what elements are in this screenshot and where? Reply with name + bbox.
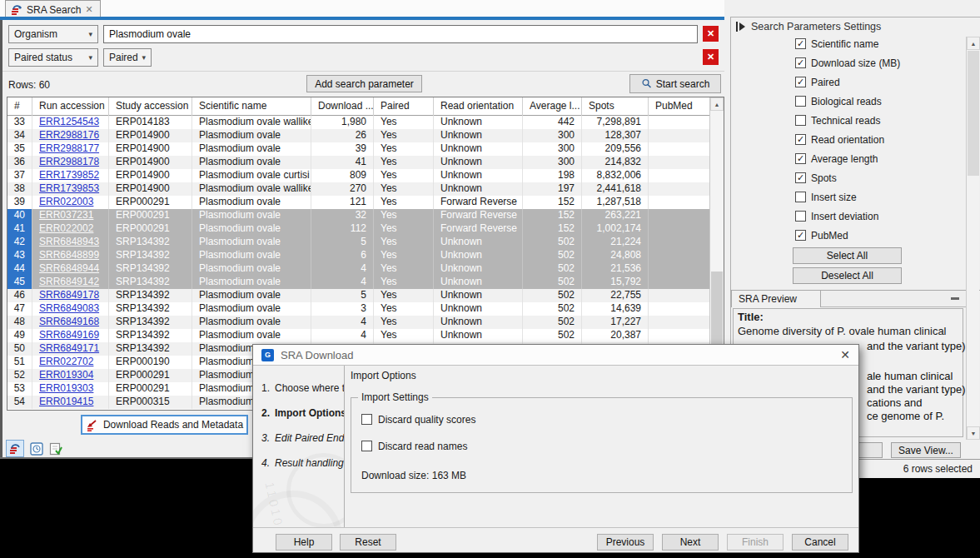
wizard-step[interactable]: 3.Edit Paired End Settings bbox=[261, 432, 345, 444]
checkbox-unchecked[interactable] bbox=[795, 211, 806, 222]
deselect-all-button[interactable]: Deselect All bbox=[793, 267, 902, 284]
organism-field-select[interactable]: Organism ▾ bbox=[8, 25, 98, 43]
table-row[interactable]: 43SRR6848899SRP134392Plasmodium ovale6Ye… bbox=[7, 249, 709, 262]
run-accession-link[interactable]: SRR6849169 bbox=[39, 329, 99, 341]
column-header[interactable]: Scientific name bbox=[192, 97, 311, 116]
select-all-button[interactable]: Select All bbox=[793, 247, 902, 264]
run-accession-link[interactable]: ERR022702 bbox=[39, 356, 93, 367]
checkbox-checked[interactable]: ✓ bbox=[795, 57, 806, 68]
table-row[interactable]: 47SRR6849083SRP134392Plasmodium ovale3Ye… bbox=[7, 302, 709, 316]
table-row[interactable]: 41ERR022002ERP000291Plasmodium ovale112Y… bbox=[7, 222, 709, 236]
table-row[interactable]: 48SRR6849168SRP134392Plasmodium ovale4Ye… bbox=[7, 316, 709, 329]
start-search-button[interactable]: Start search bbox=[629, 74, 721, 93]
remove-filter-row2-button[interactable]: ✕ bbox=[703, 49, 719, 65]
column-header[interactable]: # bbox=[7, 97, 32, 116]
spots: 263,221 bbox=[582, 209, 649, 222]
column-header[interactable]: Run accession bbox=[32, 97, 109, 116]
table-row[interactable]: 46SRR6849178SRP134392Plasmodium ovale5Ye… bbox=[7, 289, 709, 302]
table-row[interactable]: 36ERR2988178ERP014900Plasmodium ovale41Y… bbox=[7, 156, 709, 169]
sra-preview-tab[interactable]: SRA Preview bbox=[731, 290, 821, 307]
organism-search-input[interactable] bbox=[103, 25, 698, 43]
table-row[interactable]: 40ERR037231ERP000291Plasmodium ovale32Ye… bbox=[7, 209, 709, 222]
table-row[interactable]: 34ERR2988176ERP014900Plasmodium ovale26Y… bbox=[7, 129, 709, 142]
checkbox-unchecked[interactable] bbox=[361, 414, 372, 425]
cancel-button[interactable]: Cancel bbox=[792, 534, 848, 551]
scroll-up-icon[interactable]: ▲ bbox=[967, 37, 980, 50]
run-accession-link[interactable]: ERR022002 bbox=[39, 222, 93, 234]
paired-value-select[interactable]: Paired ▾ bbox=[103, 48, 152, 67]
table-row[interactable]: 38ERR1739853ERP014900Plasmodium ovale wa… bbox=[7, 182, 709, 196]
scroll-down-icon[interactable]: ▼ bbox=[967, 426, 980, 440]
run-accession-link[interactable]: SRR6848944 bbox=[39, 262, 99, 274]
reset-button[interactable]: Reset bbox=[340, 534, 396, 551]
column-header[interactable]: Average l... bbox=[523, 97, 582, 116]
partially-hidden-button[interactable] bbox=[858, 442, 883, 458]
run-accession-link[interactable]: SRR6849142 bbox=[39, 276, 99, 287]
next-button[interactable]: Next bbox=[662, 534, 719, 551]
run-accession-link[interactable]: ERR022003 bbox=[39, 196, 93, 207]
checkbox-unchecked[interactable] bbox=[795, 192, 806, 202]
run-accession-link[interactable]: SRR6849178 bbox=[39, 289, 99, 301]
minimize-preview-icon[interactable] bbox=[951, 297, 959, 300]
run-accession-link[interactable]: ERR019304 bbox=[39, 369, 93, 381]
add-search-parameter-button[interactable]: Add search parameter bbox=[306, 75, 422, 92]
table-row[interactable]: 49SRR6849169SRP134392Plasmodium ovale4Ye… bbox=[7, 329, 709, 342]
run-accession-link[interactable]: SRR6849083 bbox=[39, 302, 99, 314]
help-button[interactable]: Help bbox=[276, 534, 332, 551]
run-accession-link[interactable]: ERR1739853 bbox=[39, 182, 99, 194]
run-accession-link[interactable]: ERR019303 bbox=[39, 382, 93, 394]
run-accession-link[interactable]: ERR1254543 bbox=[39, 116, 99, 127]
run-accession-link[interactable]: SRR6848899 bbox=[39, 249, 99, 261]
previous-button[interactable]: Previous bbox=[597, 534, 654, 551]
checkbox-checked[interactable]: ✓ bbox=[795, 153, 806, 164]
table-row[interactable]: 45SRR6849142SRP134392Plasmodium ovale4Ye… bbox=[7, 276, 709, 289]
table-row[interactable]: 35ERR2988177ERP014900Plasmodium ovale39Y… bbox=[7, 142, 709, 156]
column-header[interactable]: Read orientation bbox=[434, 97, 523, 116]
table-row[interactable]: 39ERR022003ERP000291Plasmodium ovale121Y… bbox=[7, 196, 709, 209]
run-accession-link[interactable]: ERR019415 bbox=[39, 396, 93, 407]
sra-table-view-icon[interactable] bbox=[6, 440, 24, 457]
checkbox-unchecked[interactable] bbox=[361, 441, 372, 451]
wizard-step[interactable]: 4.Result handling bbox=[261, 457, 344, 469]
side-panel-scrollbar[interactable]: ▲ ▼ bbox=[966, 37, 979, 440]
table-row[interactable]: 44SRR6848944SRP134392Plasmodium ovale4Ye… bbox=[7, 262, 709, 276]
run-accession-link[interactable]: ERR2988176 bbox=[39, 129, 99, 141]
dialog-title-bar[interactable]: G SRA Download ✕ bbox=[253, 345, 858, 366]
remove-filter-row1-button[interactable]: ✕ bbox=[703, 26, 719, 42]
table-row[interactable]: 42SRR6848943SRP134392Plasmodium ovale5Ye… bbox=[7, 236, 709, 249]
history-view-icon[interactable] bbox=[29, 441, 43, 456]
column-header[interactable]: Download ... bbox=[311, 97, 374, 116]
run-accession-link[interactable]: ERR2988178 bbox=[39, 156, 99, 167]
checkbox-checked[interactable]: ✓ bbox=[795, 38, 806, 49]
column-header[interactable]: PubMed bbox=[649, 97, 709, 116]
element-info-view-icon[interactable] bbox=[48, 441, 62, 456]
download-reads-metadata-button[interactable]: Download Reads and Metadata bbox=[81, 415, 248, 435]
tab-close-icon[interactable]: ✕ bbox=[85, 4, 92, 15]
scrollbar-thumb[interactable] bbox=[968, 51, 979, 176]
dialog-close-icon[interactable]: ✕ bbox=[840, 348, 850, 361]
table-row[interactable]: 37ERR1739852ERP014900Plasmodium ovale cu… bbox=[7, 169, 709, 182]
paired-status-field-select[interactable]: Paired status ▾ bbox=[8, 48, 98, 67]
save-view-button[interactable]: Save View... bbox=[891, 442, 961, 458]
run-accession-link[interactable]: ERR037231 bbox=[39, 209, 93, 221]
column-header[interactable]: Spots bbox=[582, 97, 649, 116]
checkbox-checked[interactable]: ✓ bbox=[795, 230, 806, 241]
run-accession-link[interactable]: SRR6849171 bbox=[39, 342, 99, 354]
wizard-step[interactable]: 1.Choose where to run bbox=[261, 382, 345, 394]
checkbox-checked[interactable]: ✓ bbox=[795, 77, 806, 87]
tab-sra-search[interactable]: SRA Search ✕ bbox=[5, 0, 101, 17]
scroll-up-icon[interactable]: ▲ bbox=[710, 97, 724, 111]
search-parameters-settings-header[interactable]: Search Parameters Settings bbox=[736, 21, 881, 32]
run-accession-link[interactable]: ERR1739852 bbox=[39, 169, 99, 181]
column-header[interactable]: Paired bbox=[374, 97, 434, 116]
wizard-step[interactable]: 2.Import Options bbox=[261, 407, 345, 419]
run-accession-link[interactable]: SRR6848943 bbox=[39, 236, 99, 247]
column-header[interactable]: Study accession bbox=[109, 97, 192, 116]
run-accession-link[interactable]: ERR2988177 bbox=[39, 142, 99, 154]
checkbox-checked[interactable]: ✓ bbox=[795, 172, 806, 183]
table-row[interactable]: 33ERR1254543ERP014183Plasmodium ovale wa… bbox=[7, 116, 709, 129]
checkbox-unchecked[interactable] bbox=[795, 115, 806, 126]
checkbox-checked[interactable]: ✓ bbox=[795, 134, 806, 145]
checkbox-unchecked[interactable] bbox=[795, 96, 806, 107]
run-accession-link[interactable]: SRR6849168 bbox=[39, 316, 99, 327]
